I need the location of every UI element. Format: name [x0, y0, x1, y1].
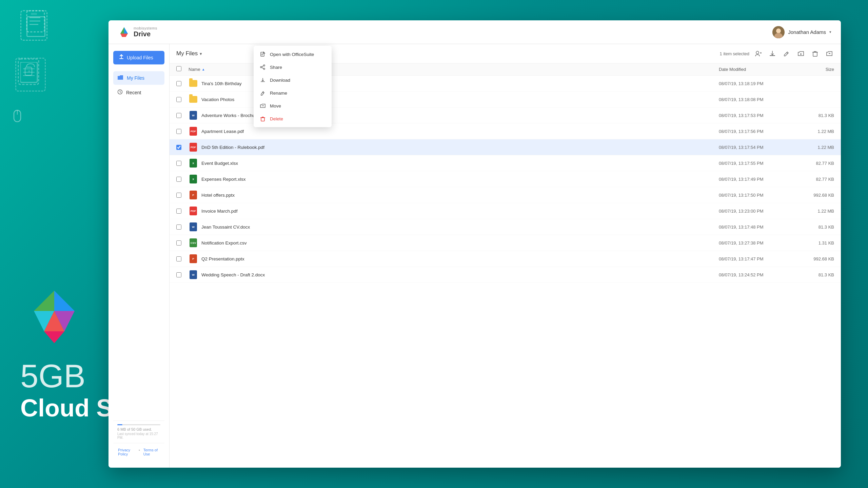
row-checkbox-input[interactable] — [176, 209, 181, 214]
row-checkbox[interactable] — [176, 113, 189, 118]
svg-point-35 — [756, 51, 759, 54]
toolbar-move-button[interactable] — [825, 49, 834, 58]
row-checkbox-input[interactable] — [176, 145, 181, 150]
file-icon-cell: X — [189, 174, 198, 184]
terms-of-use-link[interactable]: Terms of Use — [143, 448, 160, 456]
table-row[interactable]: CSV Notification Export.csv 08/07/19, 13… — [170, 235, 841, 251]
row-checkbox-input[interactable] — [176, 129, 181, 134]
svg-point-47 — [263, 65, 265, 66]
row-checkbox[interactable] — [176, 193, 189, 198]
file-date: 08/07/19, 13:24:52 PM — [719, 272, 793, 277]
file-name: Expenses Report.xlsx — [201, 177, 719, 182]
table-row[interactable]: W Wedding Speech - Draft 2.docx 08/07/19… — [170, 267, 841, 283]
app-window: mobisystems Drive Jonathan Adams ▾ — [108, 20, 841, 468]
row-checkbox[interactable] — [176, 225, 189, 230]
row-checkbox-input[interactable] — [176, 97, 181, 102]
row-checkbox[interactable] — [176, 272, 189, 277]
context-menu-item-download[interactable]: Download — [254, 74, 332, 86]
file-date: 08/07/19, 13:27:38 PM — [719, 240, 793, 246]
file-size: 992.68 KB — [793, 193, 834, 198]
row-checkbox[interactable] — [176, 161, 189, 166]
sidebar-item-recent[interactable]: Recent — [113, 86, 164, 99]
my-files-icon — [117, 74, 123, 82]
bg-file-svg-1 — [25, 9, 48, 37]
privacy-policy-link[interactable]: Privacy Policy — [118, 448, 135, 456]
app-logo: mobisystems Drive — [118, 26, 157, 38]
mouse-decor — [12, 109, 22, 126]
row-checkbox-input[interactable] — [176, 161, 181, 166]
row-checkbox-input[interactable] — [176, 193, 181, 198]
storage-sync-text: Last synced today at 15:27 PM. — [117, 432, 160, 440]
context-menu-item-delete[interactable]: Delete — [254, 112, 332, 125]
row-checkbox-input[interactable] — [176, 272, 181, 277]
file-size: 1.22 MB — [793, 129, 834, 134]
row-checkbox[interactable] — [176, 209, 189, 214]
file-date: 08/07/19, 13:17:48 PM — [719, 225, 793, 230]
file-icon-cell: X — [189, 158, 198, 168]
my-files-title[interactable]: My Files ▾ — [176, 50, 202, 57]
row-checkbox-input[interactable] — [176, 177, 181, 182]
sidebar-footer: Privacy Policy • Terms of Use — [113, 443, 164, 461]
table-row[interactable]: PDF Invoice March.pdf 08/07/19, 13:23:00… — [170, 203, 841, 219]
file-icon-cell: W — [189, 222, 198, 232]
row-checkbox[interactable] — [176, 240, 189, 246]
table-row[interactable]: X Event Budget.xlsx 08/07/19, 13:17:55 P… — [170, 155, 841, 171]
row-checkbox[interactable] — [176, 256, 189, 261]
context-menu-item-rename[interactable]: Rename — [254, 86, 332, 99]
row-checkbox-input[interactable] — [176, 113, 181, 118]
pptx-icon: P — [190, 191, 197, 199]
file-name: Hotel offers.pptx — [201, 193, 719, 198]
pdf-icon: PDF — [190, 143, 197, 152]
table-row[interactable]: P Hotel offers.pptx 08/07/19, 13:17:50 P… — [170, 187, 841, 203]
row-checkbox-input[interactable] — [176, 81, 181, 86]
context-menu-label-share: Share — [270, 65, 282, 70]
row-checkbox-input[interactable] — [176, 225, 181, 230]
sidebar-item-my-files[interactable]: My Files — [113, 71, 164, 85]
table-row[interactable]: W Jean Toussaint CV.docx 08/07/19, 13:17… — [170, 219, 841, 235]
toolbar-delete-button[interactable] — [810, 49, 820, 58]
file-size: 1.31 KB — [793, 240, 834, 246]
toolbar-new-folder-button[interactable] — [796, 49, 806, 58]
svg-rect-54 — [261, 118, 264, 121]
row-checkbox-input[interactable] — [176, 256, 181, 261]
svg-rect-32 — [119, 58, 123, 59]
upload-button[interactable]: Upload Files — [113, 51, 164, 64]
svg-marker-33 — [118, 75, 123, 80]
drive-logo-icon — [118, 26, 130, 38]
file-list: Tina's 10th Birthday 08/07/19, 13:18:19 … — [170, 76, 841, 468]
app-logo-brand: mobisystems — [134, 26, 157, 30]
file-name: Event Budget.xlsx — [201, 161, 719, 166]
select-all-checkbox[interactable] — [176, 66, 181, 71]
upload-icon — [119, 54, 124, 61]
row-checkbox[interactable] — [176, 129, 189, 134]
svg-marker-14 — [34, 291, 54, 311]
my-files-label: My Files — [176, 50, 198, 57]
svg-line-39 — [787, 53, 788, 54]
docx-icon: W — [190, 111, 197, 120]
row-checkbox[interactable] — [176, 97, 189, 102]
csv-icon: CSV — [190, 238, 197, 247]
user-avatar — [772, 26, 785, 38]
docx-icon: W — [190, 222, 197, 231]
row-checkbox[interactable] — [176, 145, 189, 150]
row-checkbox[interactable] — [176, 81, 189, 86]
toolbar-add-user-button[interactable] — [753, 49, 763, 58]
table-row[interactable]: P Q2 Presentation.pptx 08/07/19, 13:17:4… — [170, 251, 841, 267]
svg-rect-4 — [27, 11, 44, 32]
row-checkbox-input[interactable] — [176, 240, 181, 246]
table-row[interactable]: PDF DnD 5th Edition - Rulebook.pdf 08/07… — [170, 139, 841, 155]
file-size: 81.3 KB — [793, 272, 834, 277]
toolbar-rename-button[interactable] — [782, 49, 791, 58]
pdf-icon: PDF — [190, 127, 197, 136]
table-row[interactable]: X Expenses Report.xlsx 08/07/19, 13:17:4… — [170, 171, 841, 187]
row-checkbox[interactable] — [176, 177, 189, 182]
pptx-icon: P — [190, 254, 197, 263]
bg-doc-icon-2 — [15, 58, 46, 92]
context-menu-item-share[interactable]: Share — [254, 61, 332, 74]
user-info[interactable]: Jonathan Adams ▾ — [772, 26, 831, 38]
toolbar-download-button[interactable] — [768, 49, 777, 58]
context-menu-item-open[interactable]: Open with OfficeSuite — [254, 48, 332, 61]
svg-rect-10 — [25, 67, 32, 75]
context-menu-item-move[interactable]: Move — [254, 99, 332, 112]
file-icon-cell: PDF — [189, 142, 198, 152]
